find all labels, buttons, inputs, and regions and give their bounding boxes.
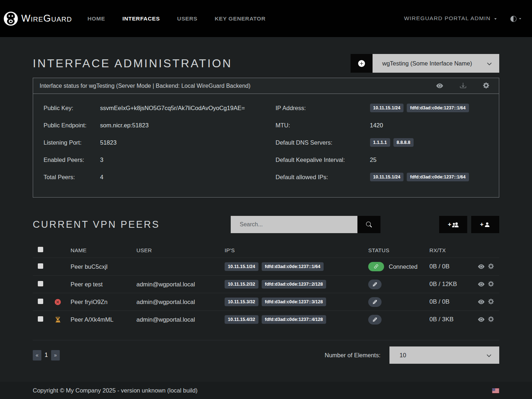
caret-down-icon: [518, 15, 522, 22]
interface-detail-row: Listening Port: 51823: [44, 134, 266, 151]
us-flag-language-icon[interactable]: [492, 388, 499, 393]
copyright-text: Copyright © My Company 2025 - version un…: [33, 387, 198, 394]
ip-badge: fdfd:d3ad:c0de:1237::1/64: [262, 262, 324, 271]
peer-status: Connected: [368, 262, 429, 271]
interface-detail-row: Enabled Peers: 3: [44, 151, 266, 168]
peer-status: [368, 315, 429, 325]
ip-badge: fdfd:d3ad:c0de:1237::3/128: [262, 298, 326, 306]
plus-sign: +: [480, 221, 484, 228]
interface-detail-row: Default DNS Servers: 1.1.1.18.8.8.8: [276, 134, 488, 151]
wireguard-logo-icon: [4, 12, 18, 26]
edit-interface-gear-icon[interactable]: [483, 82, 489, 89]
ip-badge: 10.11.15.2/32: [225, 280, 258, 289]
peer-row: Peer buC5cxjl 10.11.15.1/24fdfd:d3ad:c0d…: [33, 258, 499, 275]
interface-detail-row: MTU: 1420: [276, 117, 488, 134]
card-title: Interface status for wgTesting (Server M…: [40, 83, 251, 89]
people-icon: [452, 221, 459, 228]
elements-select-value: 10: [400, 352, 406, 359]
elements-label: Number of Elements:: [325, 352, 380, 359]
nav-item[interactable]: KEY GENERATOR: [215, 15, 266, 22]
nav-item[interactable]: INTERFACES: [122, 15, 160, 22]
elements-select[interactable]: 10: [389, 346, 499, 364]
view-config-eye-icon[interactable]: [436, 82, 443, 89]
detail-label: Default allowed IPs:: [276, 174, 370, 181]
row-checkbox[interactable]: [38, 263, 43, 269]
value-badge: fdfd:d3ad:c0de:1237::1/64: [407, 173, 469, 181]
interface-status-card: Interface status for wgTesting (Server M…: [33, 78, 499, 198]
add-peer-button[interactable]: +: [471, 216, 499, 233]
peers-title: CURRENT VPN PEERS: [33, 219, 160, 230]
user-menu[interactable]: WIREGUARD PORTAL ADMIN: [404, 15, 497, 22]
column-rxtx: RX/TX: [429, 247, 478, 253]
detail-value: 1420: [370, 122, 383, 129]
peer-edit-gear-icon[interactable]: [488, 263, 494, 270]
detail-value: 25: [370, 157, 377, 163]
peer-rxtx: 0B / 12KB: [429, 281, 478, 288]
pagination-prev-button[interactable]: «: [33, 350, 41, 361]
theme-toggle[interactable]: [510, 15, 522, 22]
peer-view-eye-icon[interactable]: [478, 316, 484, 323]
disconnected-link-broken-icon: [368, 297, 382, 307]
row-checkbox[interactable]: [38, 299, 43, 304]
peer-rxtx: 0B / 3KB: [429, 316, 478, 323]
search-icon: [366, 222, 372, 227]
user-menu-label: WIREGUARD PORTAL ADMIN: [404, 15, 491, 22]
detail-label: Default DNS Servers:: [276, 139, 370, 146]
peer-edit-gear-icon[interactable]: [488, 299, 494, 305]
peer-status: [368, 297, 429, 307]
peer-rxtx: 0B / 0B: [429, 263, 478, 270]
interface-detail-row: Default allowed IPs: 10.11.15.1/24fdfd:d…: [276, 168, 488, 186]
pagination-page-1[interactable]: 1: [45, 352, 48, 358]
nav-menu: HOMEINTERFACESUSERSKEY GENERATOR: [87, 15, 266, 22]
select-all-checkbox[interactable]: [38, 247, 43, 252]
pagination-next-button[interactable]: »: [51, 350, 60, 361]
peer-expiring-hourglass-icon: [55, 317, 61, 323]
peers-table: NAME USER IP'S STATUS RX/TX Peer buC5cxj…: [33, 242, 499, 340]
search-input[interactable]: [231, 216, 357, 233]
peer-view-eye-icon[interactable]: [478, 263, 484, 270]
ip-badge: 10.11.15.3/32: [225, 298, 258, 306]
search-button[interactable]: [357, 216, 380, 233]
navbar: WireGuard HOMEINTERFACESUSERSKEY GENERAT…: [0, 0, 532, 37]
peer-user: admin@wgportal.local: [136, 281, 225, 288]
peer-name: Peer ep test: [71, 281, 136, 288]
peer-ips: 10.11.15.3/32fdfd:d3ad:c0de:1237::3/128: [225, 298, 368, 306]
new-interface-button[interactable]: [351, 54, 373, 73]
interface-select[interactable]: wgTesting (Some Interface Name): [373, 54, 499, 73]
add-multiple-peers-button[interactable]: +: [439, 216, 467, 233]
detail-label: Public Key:: [44, 105, 100, 112]
brand-link[interactable]: WireGuard: [4, 12, 72, 26]
peer-row: Peer A/Xk4mML admin@wgportal.local 10.11…: [33, 310, 499, 328]
peer-view-eye-icon[interactable]: [478, 299, 484, 305]
caret-down-icon: [493, 15, 497, 22]
download-config-icon[interactable]: [460, 82, 466, 89]
peer-name: Peer fryiO9Zn: [71, 299, 136, 305]
nav-item[interactable]: USERS: [177, 15, 197, 22]
nav-item[interactable]: HOME: [87, 15, 105, 22]
value-badge: fdfd:d3ad:c0de:1237::1/64: [407, 104, 469, 112]
peer-user: admin@wgportal.local: [136, 316, 225, 323]
detail-label: Total Peers:: [44, 174, 100, 181]
detail-label: MTU:: [276, 122, 370, 129]
detail-label: Public Endpoint:: [44, 122, 100, 129]
peer-name: Peer buC5cxjl: [71, 263, 136, 270]
row-checkbox[interactable]: [38, 316, 43, 322]
interface-detail-row: Total Peers: 4: [44, 168, 266, 186]
peer-edit-gear-icon[interactable]: [488, 281, 494, 287]
peer-edit-gear-icon[interactable]: [488, 316, 494, 323]
interface-details-right: IP Address: 10.11.15.1/24fdfd:d3ad:c0de:…: [266, 99, 488, 186]
interface-detail-row: Public Endpoint: som.nicr.ep:51823: [44, 117, 266, 134]
detail-value: som.nicr.ep:51823: [100, 122, 149, 129]
value-badge: 8.8.8.8: [393, 138, 414, 147]
column-status: STATUS: [368, 247, 429, 253]
row-checkbox[interactable]: [38, 281, 43, 286]
detail-label: Default Keepalive Interval:: [276, 157, 370, 163]
peer-view-eye-icon[interactable]: [478, 281, 484, 287]
page-title: INTERFACE ADMINISTRATION: [33, 57, 232, 70]
peer-ips: 10.11.15.4/32fdfd:d3ad:c0de:1237::4/128: [225, 315, 368, 324]
detail-value: 51823: [100, 139, 117, 146]
peer-row: Peer fryiO9Zn admin@wgportal.local 10.11…: [33, 293, 499, 310]
value-badge: 10.11.15.1/24: [370, 104, 404, 112]
connected-link-icon: [368, 262, 384, 271]
ip-badge: fdfd:d3ad:c0de:1237::4/128: [262, 315, 326, 324]
